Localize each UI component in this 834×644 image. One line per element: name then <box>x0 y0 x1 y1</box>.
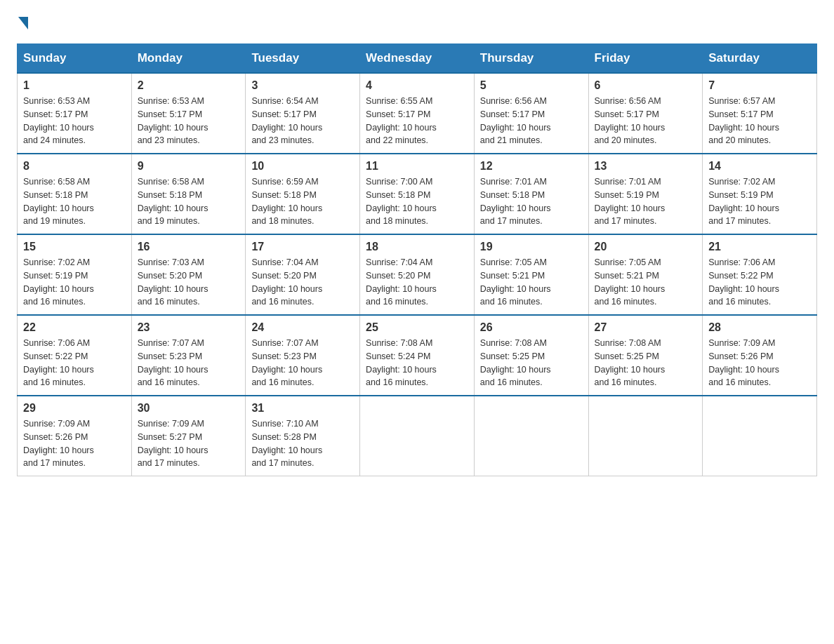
col-sunday: Sunday <box>18 44 132 74</box>
day-info: Sunrise: 7:05 AM Sunset: 5:21 PM Dayligh… <box>480 256 583 309</box>
col-friday: Friday <box>588 44 703 74</box>
calendar-day-cell: 29 Sunrise: 7:09 AM Sunset: 5:26 PM Dayl… <box>18 396 132 476</box>
calendar-week-row: 15 Sunrise: 7:02 AM Sunset: 5:19 PM Dayl… <box>18 234 817 315</box>
day-info: Sunrise: 7:07 AM Sunset: 5:23 PM Dayligh… <box>251 337 354 389</box>
calendar-day-cell: 31 Sunrise: 7:10 AM Sunset: 5:28 PM Dayl… <box>246 396 360 476</box>
day-number: 16 <box>138 241 240 253</box>
calendar-day-cell: 9 Sunrise: 6:58 AM Sunset: 5:18 PM Dayli… <box>131 154 246 234</box>
day-number: 18 <box>366 241 468 253</box>
calendar-table: Sunday Monday Tuesday Wednesday Thursday… <box>17 43 817 476</box>
day-info: Sunrise: 7:01 AM Sunset: 5:18 PM Dayligh… <box>480 175 583 228</box>
day-number: 5 <box>480 79 583 92</box>
calendar-day-cell: 20 Sunrise: 7:05 AM Sunset: 5:21 PM Dayl… <box>588 234 703 315</box>
day-info: Sunrise: 7:08 AM Sunset: 5:25 PM Dayligh… <box>480 337 583 389</box>
day-info: Sunrise: 7:02 AM Sunset: 5:19 PM Dayligh… <box>23 256 126 309</box>
calendar-day-cell: 12 Sunrise: 7:01 AM Sunset: 5:18 PM Dayl… <box>474 154 588 234</box>
day-number: 19 <box>480 241 583 253</box>
day-info: Sunrise: 6:56 AM Sunset: 5:17 PM Dayligh… <box>595 95 697 147</box>
calendar-week-row: 22 Sunrise: 7:06 AM Sunset: 5:22 PM Dayl… <box>18 315 817 396</box>
calendar-day-cell: 15 Sunrise: 7:02 AM Sunset: 5:19 PM Dayl… <box>18 234 132 315</box>
calendar-header-row: Sunday Monday Tuesday Wednesday Thursday… <box>18 44 817 74</box>
day-number: 29 <box>23 402 126 415</box>
calendar-day-cell: 17 Sunrise: 7:04 AM Sunset: 5:20 PM Dayl… <box>246 234 360 315</box>
day-number: 30 <box>138 402 240 415</box>
day-number: 25 <box>366 321 468 334</box>
day-info: Sunrise: 7:05 AM Sunset: 5:21 PM Dayligh… <box>595 256 697 309</box>
calendar-day-cell: 13 Sunrise: 7:01 AM Sunset: 5:19 PM Dayl… <box>588 154 703 234</box>
calendar-day-cell: 30 Sunrise: 7:09 AM Sunset: 5:27 PM Dayl… <box>131 396 246 476</box>
calendar-day-cell: 21 Sunrise: 7:06 AM Sunset: 5:22 PM Dayl… <box>703 234 817 315</box>
calendar-week-row: 1 Sunrise: 6:53 AM Sunset: 5:17 PM Dayli… <box>18 73 817 154</box>
day-number: 17 <box>251 241 354 253</box>
calendar-day-cell: 4 Sunrise: 6:55 AM Sunset: 5:17 PM Dayli… <box>360 73 475 154</box>
day-info: Sunrise: 7:08 AM Sunset: 5:24 PM Dayligh… <box>366 337 468 389</box>
col-wednesday: Wednesday <box>360 44 475 74</box>
calendar-day-cell: 1 Sunrise: 6:53 AM Sunset: 5:17 PM Dayli… <box>18 73 132 154</box>
day-info: Sunrise: 6:59 AM Sunset: 5:18 PM Dayligh… <box>251 175 354 228</box>
day-info: Sunrise: 7:09 AM Sunset: 5:26 PM Dayligh… <box>708 337 811 389</box>
day-number: 31 <box>251 402 354 415</box>
calendar-day-cell: 5 Sunrise: 6:56 AM Sunset: 5:17 PM Dayli… <box>474 73 588 154</box>
col-monday: Monday <box>131 44 246 74</box>
day-info: Sunrise: 6:53 AM Sunset: 5:17 PM Dayligh… <box>23 95 126 147</box>
day-info: Sunrise: 7:08 AM Sunset: 5:25 PM Dayligh… <box>595 337 697 389</box>
day-number: 12 <box>480 160 583 173</box>
calendar-day-cell: 8 Sunrise: 6:58 AM Sunset: 5:18 PM Dayli… <box>18 154 132 234</box>
calendar-day-cell: 11 Sunrise: 7:00 AM Sunset: 5:18 PM Dayl… <box>360 154 475 234</box>
calendar-day-cell: 27 Sunrise: 7:08 AM Sunset: 5:25 PM Dayl… <box>588 315 703 396</box>
day-number: 20 <box>595 241 697 253</box>
day-number: 6 <box>595 79 697 92</box>
day-number: 27 <box>595 321 697 334</box>
calendar-week-row: 29 Sunrise: 7:09 AM Sunset: 5:26 PM Dayl… <box>18 396 817 476</box>
day-info: Sunrise: 7:09 AM Sunset: 5:27 PM Dayligh… <box>138 417 240 470</box>
day-info: Sunrise: 7:01 AM Sunset: 5:19 PM Dayligh… <box>595 175 697 228</box>
day-number: 22 <box>23 321 126 334</box>
day-number: 7 <box>708 79 811 92</box>
day-number: 14 <box>708 160 811 173</box>
calendar-day-cell: 24 Sunrise: 7:07 AM Sunset: 5:23 PM Dayl… <box>246 315 360 396</box>
col-thursday: Thursday <box>474 44 588 74</box>
calendar-day-cell: 26 Sunrise: 7:08 AM Sunset: 5:25 PM Dayl… <box>474 315 588 396</box>
day-number: 4 <box>366 79 468 92</box>
day-number: 13 <box>595 160 697 173</box>
day-number: 2 <box>138 79 240 92</box>
day-number: 26 <box>480 321 583 334</box>
day-number: 21 <box>708 241 811 253</box>
calendar-day-cell: 2 Sunrise: 6:53 AM Sunset: 5:17 PM Dayli… <box>131 73 246 154</box>
calendar-day-cell: 16 Sunrise: 7:03 AM Sunset: 5:20 PM Dayl… <box>131 234 246 315</box>
calendar-day-cell: 3 Sunrise: 6:54 AM Sunset: 5:17 PM Dayli… <box>246 73 360 154</box>
calendar-day-cell <box>588 396 703 476</box>
logo-triangle-icon <box>18 17 28 29</box>
day-number: 11 <box>366 160 468 173</box>
day-info: Sunrise: 6:57 AM Sunset: 5:17 PM Dayligh… <box>708 95 811 147</box>
day-info: Sunrise: 6:58 AM Sunset: 5:18 PM Dayligh… <box>138 175 240 228</box>
day-info: Sunrise: 7:06 AM Sunset: 5:22 PM Dayligh… <box>708 256 811 309</box>
day-info: Sunrise: 7:09 AM Sunset: 5:26 PM Dayligh… <box>23 417 126 470</box>
day-number: 15 <box>23 241 126 253</box>
logo <box>17 17 29 29</box>
day-number: 3 <box>251 79 354 92</box>
day-number: 28 <box>708 321 811 334</box>
day-info: Sunrise: 7:02 AM Sunset: 5:19 PM Dayligh… <box>708 175 811 228</box>
day-number: 23 <box>138 321 240 334</box>
calendar-day-cell: 6 Sunrise: 6:56 AM Sunset: 5:17 PM Dayli… <box>588 73 703 154</box>
day-info: Sunrise: 7:04 AM Sunset: 5:20 PM Dayligh… <box>366 256 468 309</box>
calendar-day-cell <box>474 396 588 476</box>
col-saturday: Saturday <box>703 44 817 74</box>
day-info: Sunrise: 6:56 AM Sunset: 5:17 PM Dayligh… <box>480 95 583 147</box>
calendar-day-cell: 7 Sunrise: 6:57 AM Sunset: 5:17 PM Dayli… <box>703 73 817 154</box>
calendar-day-cell: 22 Sunrise: 7:06 AM Sunset: 5:22 PM Dayl… <box>18 315 132 396</box>
calendar-day-cell: 23 Sunrise: 7:07 AM Sunset: 5:23 PM Dayl… <box>131 315 246 396</box>
day-info: Sunrise: 6:58 AM Sunset: 5:18 PM Dayligh… <box>23 175 126 228</box>
day-info: Sunrise: 7:06 AM Sunset: 5:22 PM Dayligh… <box>23 337 126 389</box>
col-tuesday: Tuesday <box>246 44 360 74</box>
day-number: 8 <box>23 160 126 173</box>
day-info: Sunrise: 6:55 AM Sunset: 5:17 PM Dayligh… <box>366 95 468 147</box>
calendar-day-cell: 14 Sunrise: 7:02 AM Sunset: 5:19 PM Dayl… <box>703 154 817 234</box>
day-number: 24 <box>251 321 354 334</box>
day-info: Sunrise: 6:54 AM Sunset: 5:17 PM Dayligh… <box>251 95 354 147</box>
day-number: 9 <box>138 160 240 173</box>
calendar-day-cell: 19 Sunrise: 7:05 AM Sunset: 5:21 PM Dayl… <box>474 234 588 315</box>
calendar-day-cell <box>360 396 475 476</box>
day-info: Sunrise: 7:10 AM Sunset: 5:28 PM Dayligh… <box>251 417 354 470</box>
